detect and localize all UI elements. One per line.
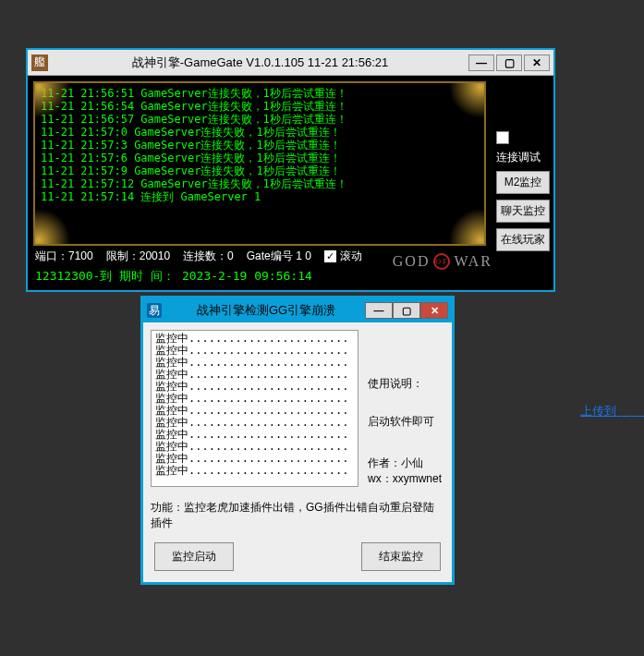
- info-panel: 使用说明： 启动软件即可 作者：小仙 wx：xxymwnet: [368, 330, 444, 487]
- detector-body: 监控中........................监控中..........…: [143, 322, 452, 582]
- close-button[interactable]: ✕: [420, 302, 448, 319]
- usage-text: 启动软件即可: [368, 414, 444, 430]
- chat-monitor-button[interactable]: 聊天监控: [496, 200, 550, 223]
- maximize-button[interactable]: ▢: [393, 302, 420, 319]
- conn-value: 0: [227, 249, 234, 262]
- gate-value: 1 0: [296, 249, 311, 262]
- limit-value: 20010: [140, 249, 170, 262]
- app-icon: 艦: [31, 55, 48, 71]
- scroll-checkbox[interactable]: ✓: [324, 250, 336, 262]
- log-line: 11-21 21:57:9 GameServer连接失败，1秒后尝试重连！: [41, 164, 479, 177]
- debug-label: 连接调试: [496, 150, 550, 165]
- upload-link[interactable]: 上传到 图片: [580, 403, 644, 419]
- decor-corner: [444, 81, 486, 124]
- log-line: 11-21 21:57:14 连接到 GameServer 1: [41, 190, 479, 203]
- log-line: 11-21 21:57:3 GameServer连接失败，1秒后尝试重连！: [41, 139, 479, 152]
- gamegate-window: 艦 战神引擎-GameGate V1.0.1.105 11-21 21:56:2…: [26, 48, 555, 292]
- log-line: 11-21 21:57:0 GameServer连接失败，1秒后尝试重连！: [41, 126, 479, 139]
- log-line: 11-21 21:56:51 GameServer连接失败，1秒后尝试重连！: [41, 87, 479, 100]
- minimize-button[interactable]: —: [468, 55, 494, 71]
- log-line: 11-21 21:56:54 GameServer连接失败，1秒后尝试重连！: [41, 100, 479, 113]
- debug-checkbox[interactable]: [496, 131, 509, 144]
- author-label: 作者：小仙: [368, 456, 444, 471]
- log-line: 11-21 21:57:12 GameServer连接失败，1秒后尝试重连！: [41, 177, 479, 190]
- log-line: 11-21 21:57:6 GameServer连接失败，1秒后尝试重连！: [41, 152, 479, 164]
- online-players-button[interactable]: 在线玩家: [496, 228, 550, 251]
- gamegate-body: 11-21 21:56:51 GameServer连接失败，1秒后尝试重连！11…: [28, 76, 553, 290]
- maximize-button[interactable]: ▢: [496, 55, 522, 71]
- status-bar: 端口：7100 限制：20010 连接数：0 Gate编号 1 0 ✓ 滚动: [35, 249, 362, 264]
- window-title: 战神引擎-GameGate V1.0.1.105 11-21 21:56:21: [52, 55, 468, 71]
- expiry-text: 12312300-到 期时 间： 2023-2-19 09:56:14: [35, 268, 312, 285]
- log-console: 11-21 21:56:51 GameServer连接失败，1秒后尝试重连！11…: [33, 81, 486, 246]
- port-value: 7100: [68, 249, 93, 262]
- wx-label: wx：xxymwnet: [368, 471, 444, 487]
- log-line: 11-21 21:56:57 GameServer连接失败，1秒后尝试重连！: [41, 113, 479, 126]
- detector-titlebar[interactable]: 易 战神引擎检测GG引擎崩溃 — ▢ ✕: [143, 298, 452, 322]
- m2-monitor-button[interactable]: M2监控: [496, 171, 550, 194]
- start-monitor-button[interactable]: 监控启动: [154, 542, 234, 571]
- app-icon: 易: [147, 303, 162, 318]
- side-panel: 连接调试 M2监控 聊天监控 在线玩家: [496, 131, 550, 251]
- function-description: 功能：监控老虎加速插件出错，GG插件出错自动重启登陆插件: [151, 500, 444, 531]
- gamegate-titlebar[interactable]: 艦 战神引擎-GameGate V1.0.1.105 11-21 21:56:2…: [28, 50, 553, 76]
- monitor-output: 监控中........................监控中..........…: [151, 330, 358, 487]
- monitor-line: 监控中........................: [155, 465, 354, 477]
- window-title: 战神引擎检测GG引擎崩溃: [167, 302, 365, 319]
- detector-window: 易 战神引擎检测GG引擎崩溃 — ▢ ✕ 监控中................…: [140, 296, 455, 585]
- usage-label: 使用说明：: [368, 376, 444, 392]
- decor-corner: [33, 81, 76, 124]
- end-monitor-button[interactable]: 结束监控: [361, 542, 441, 571]
- god-of-war-logo: GOD OF WAR: [393, 253, 492, 270]
- decor-corner: [33, 203, 76, 246]
- close-button[interactable]: ✕: [524, 55, 550, 71]
- decor-corner: [444, 203, 486, 246]
- scroll-label: 滚动: [340, 249, 362, 264]
- minimize-button[interactable]: —: [365, 302, 393, 319]
